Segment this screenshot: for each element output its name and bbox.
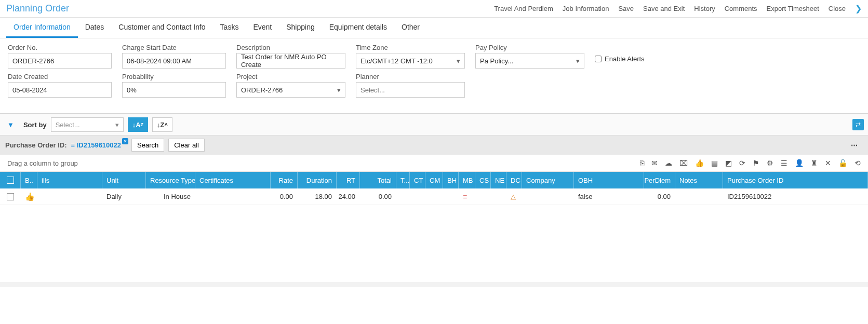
sortby-label: Sort by bbox=[23, 121, 47, 129]
label-planner: Planner bbox=[356, 73, 465, 80]
col-bh[interactable]: BH bbox=[443, 172, 459, 188]
col-notes[interactable]: Notes bbox=[675, 172, 723, 188]
col-b[interactable]: B.. bbox=[21, 172, 37, 188]
tree-icon[interactable]: ♜ bbox=[811, 159, 818, 167]
date-created-field[interactable]: 05-08-2024 bbox=[8, 82, 112, 98]
tab-equipment[interactable]: Equipment details bbox=[322, 18, 394, 38]
col-resource-type[interactable]: Resource Type bbox=[146, 172, 195, 188]
enable-alerts-checkbox[interactable] bbox=[595, 56, 602, 62]
tab-shipping[interactable]: Shipping bbox=[279, 18, 322, 38]
sort-select[interactable]: Select... bbox=[51, 117, 124, 132]
col-ills[interactable]: ills bbox=[37, 172, 102, 188]
cell-perdiem: 0.00 bbox=[644, 191, 675, 203]
group-hint: Drag a column to group bbox=[7, 159, 78, 167]
col-obh[interactable]: OBH bbox=[574, 172, 644, 188]
col-dc[interactable]: DC bbox=[506, 172, 522, 188]
col-company[interactable]: Company bbox=[522, 172, 574, 188]
description-field[interactable]: Test Order for NMR Auto PO Create bbox=[236, 53, 345, 69]
col-total[interactable]: Total bbox=[360, 172, 396, 188]
delete-icon[interactable]: ✕ bbox=[825, 159, 831, 167]
col-t[interactable]: T... bbox=[396, 172, 410, 188]
filter-pill-remove-icon[interactable]: × bbox=[122, 138, 128, 144]
col-rt[interactable]: RT bbox=[337, 172, 360, 188]
col-unit[interactable]: Unit bbox=[102, 172, 146, 188]
export-icon[interactable]: ⎘ bbox=[640, 159, 644, 167]
header-action-export-ts[interactable]: Export Timesheet bbox=[767, 5, 819, 12]
close-chevron-icon[interactable]: ❯ bbox=[855, 4, 862, 14]
thumbs-up-icon[interactable]: 👍 bbox=[695, 159, 704, 167]
tab-other[interactable]: Other bbox=[394, 18, 427, 38]
header-actions: Travel And Perdiem Job Information Save … bbox=[494, 4, 862, 14]
more-icon[interactable]: ⋯ bbox=[848, 140, 861, 150]
col-ct[interactable]: CT bbox=[410, 172, 425, 188]
header-action-save-exit[interactable]: Save and Exit bbox=[643, 5, 685, 12]
select-all-checkbox[interactable] bbox=[7, 177, 14, 184]
tab-order-information[interactable]: Order Information bbox=[6, 18, 78, 38]
tab-dates[interactable]: Dates bbox=[78, 18, 112, 38]
timezone-select[interactable]: Etc/GMT+12 GMT -12:0 bbox=[356, 53, 465, 69]
qr-icon[interactable]: ▦ bbox=[711, 159, 718, 167]
order-no-field[interactable]: ORDER-2766 bbox=[8, 53, 112, 69]
mail-icon[interactable]: ✉ bbox=[651, 159, 658, 167]
col-purchase-order-id[interactable]: Purchase Order ID bbox=[723, 172, 868, 188]
label-paypolicy: Pay Policy bbox=[475, 44, 584, 51]
paypolicy-select[interactable]: Pa Policy... bbox=[475, 53, 584, 69]
filter-icon[interactable]: ▼ bbox=[4, 120, 17, 130]
cell-duration: 18.00 bbox=[298, 191, 337, 203]
charge-start-field[interactable]: 06-08-2024 09:00 AM bbox=[122, 53, 226, 69]
group-bar: Drag a column to group ⎘ ✉ ☁ ⌧ 👍 ▦ ◩ ⟳ ⚑… bbox=[0, 155, 868, 172]
filter-label: Purchase Order ID: bbox=[5, 141, 67, 149]
col-rate[interactable]: Rate bbox=[271, 172, 298, 188]
col-mb[interactable]: MB bbox=[459, 172, 475, 188]
table-row[interactable]: 👍 Daily In House 0.00 18.00 24.00 0.00 ≡… bbox=[0, 188, 868, 205]
filter-pill[interactable]: ≡ ID2159610022 × bbox=[71, 141, 128, 149]
project-select[interactable]: ORDER-2766 bbox=[236, 82, 345, 98]
sort-desc-button[interactable]: ↓ZA bbox=[152, 117, 172, 132]
grid-header: B.. ills Unit Resource Type Certificates… bbox=[0, 172, 868, 188]
card-icon[interactable]: ⌧ bbox=[679, 159, 688, 167]
refresh-icon[interactable]: ⟳ bbox=[739, 159, 745, 167]
lock-icon[interactable]: 🔓 bbox=[838, 159, 847, 167]
col-certificates[interactable]: Certificates bbox=[195, 172, 271, 188]
col-cm[interactable]: CM bbox=[425, 172, 443, 188]
search-button[interactable]: Search bbox=[131, 139, 164, 152]
layout-toggle-icon[interactable]: ⇄ bbox=[852, 119, 864, 130]
sort-asc-button[interactable]: ↓AZ bbox=[128, 117, 148, 132]
header-action-travel[interactable]: Travel And Perdiem bbox=[494, 5, 553, 12]
cell-rt: 24.00 bbox=[337, 191, 360, 203]
clear-all-button[interactable]: Clear all bbox=[168, 139, 205, 152]
cell-rate: 0.00 bbox=[271, 191, 298, 203]
col-perdiem[interactable]: PerDiem bbox=[644, 172, 675, 188]
col-ne[interactable]: NE bbox=[491, 172, 506, 188]
planner-select[interactable] bbox=[356, 82, 465, 98]
flag-icon[interactable]: ⚑ bbox=[753, 159, 759, 167]
probability-field[interactable]: 0% bbox=[122, 82, 226, 98]
tab-tasks[interactable]: Tasks bbox=[213, 18, 246, 38]
tab-customer-contact[interactable]: Customer and Contact Info bbox=[111, 18, 212, 38]
label-charge-start: Charge Start Date bbox=[122, 44, 226, 51]
person-icon[interactable]: 👤 bbox=[795, 159, 804, 167]
stack-icon: ≡ bbox=[463, 193, 467, 201]
header-action-jobinfo[interactable]: Job Information bbox=[563, 5, 609, 12]
cloud-icon[interactable]: ☁ bbox=[665, 159, 672, 167]
cell-total: 0.00 bbox=[360, 191, 396, 203]
filter-row: Purchase Order ID: ≡ ID2159610022 × Sear… bbox=[0, 136, 868, 155]
header-action-history[interactable]: History bbox=[694, 5, 715, 12]
label-description: Description bbox=[236, 44, 345, 51]
contact-icon[interactable]: ◩ bbox=[725, 159, 732, 167]
row-checkbox[interactable] bbox=[7, 193, 14, 200]
header-action-close[interactable]: Close bbox=[829, 5, 846, 12]
label-project: Project bbox=[236, 73, 345, 80]
data-grid: B.. ills Unit Resource Type Certificates… bbox=[0, 172, 868, 282]
header-bar: Planning Order Travel And Perdiem Job In… bbox=[0, 0, 868, 18]
header-action-save[interactable]: Save bbox=[618, 5, 634, 12]
list-icon[interactable]: ☰ bbox=[781, 159, 787, 167]
col-duration[interactable]: Duration bbox=[298, 172, 337, 188]
reload-icon[interactable]: ⟲ bbox=[854, 159, 861, 167]
tab-event[interactable]: Event bbox=[246, 18, 279, 38]
gear-icon[interactable]: ⚙ bbox=[767, 159, 773, 167]
header-action-comments[interactable]: Comments bbox=[725, 5, 757, 12]
cell-purchase-order-id: ID2159610022 bbox=[723, 191, 868, 203]
col-cs[interactable]: CS bbox=[475, 172, 491, 188]
label-enable-alerts: Enable Alerts bbox=[605, 55, 645, 63]
